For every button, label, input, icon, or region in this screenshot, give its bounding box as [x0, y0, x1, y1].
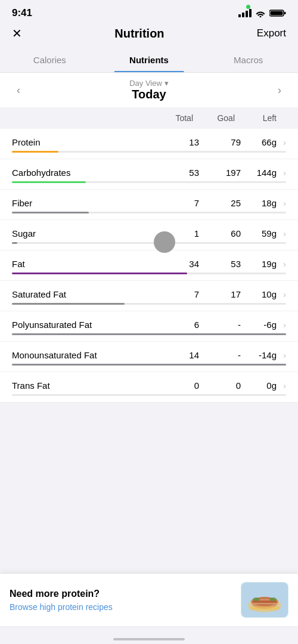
nutrient-goal: 0 [199, 380, 241, 391]
nutrient-left: 18g [241, 198, 277, 208]
chevron-right-icon: › [277, 381, 286, 391]
nutrient-row[interactable]: Sugar16059g› [0, 220, 298, 250]
nutrient-row[interactable]: Protein137966g› [0, 129, 298, 159]
chevron-right-icon: › [277, 320, 286, 330]
nutrient-goal: - [199, 350, 241, 360]
nutrient-left: 66g [241, 137, 277, 147]
close-button[interactable]: ✕ [12, 26, 22, 41]
ad-text-block: Need more protein? Browse high protein r… [10, 588, 234, 612]
ad-banner: Need more protein? Browse high protein r… [0, 573, 298, 626]
nutrient-row[interactable]: Trans Fat000g› [0, 372, 298, 402]
signal-icon [238, 9, 252, 17]
nutrient-bar [12, 151, 58, 153]
tab-bar: Calories Nutrients Macros [0, 48, 298, 73]
nutrient-name: Fiber [12, 198, 151, 208]
nutrient-name: Saturated Fat [12, 289, 151, 299]
nutrient-name: Polyunsaturated Fat [12, 320, 151, 330]
date-center: Day View ▾ Today [129, 79, 169, 101]
nutrient-bar-container [12, 303, 286, 305]
tab-nutrients[interactable]: Nutrients [100, 48, 199, 72]
export-button[interactable]: Export [257, 27, 286, 39]
nutrient-bar [12, 273, 187, 274]
header-total: Total [145, 113, 193, 123]
nutrient-name: Trans Fat [12, 380, 151, 391]
nutrient-left: -14g [241, 350, 277, 360]
ad-link[interactable]: Browse high protein recipes [10, 602, 234, 612]
svg-point-10 [269, 597, 277, 601]
nutrient-name: Fat [12, 259, 151, 269]
date-navigation: ‹ Day View ▾ Today › [0, 73, 298, 107]
nutrient-left: 59g [241, 228, 277, 239]
tab-macros[interactable]: Macros [198, 48, 298, 72]
nutrient-row[interactable]: Fat345319g› [0, 250, 298, 281]
nutrient-bar [12, 303, 125, 305]
svg-rect-2 [271, 11, 283, 16]
chevron-right-icon: › [277, 290, 286, 299]
svg-rect-11 [250, 606, 280, 610]
nutrient-goal: 17 [199, 289, 241, 299]
wifi-icon [255, 9, 266, 17]
nutrient-bar [12, 212, 89, 213]
nutrient-total: 34 [151, 259, 199, 269]
nutrient-total: 53 [151, 168, 199, 178]
nutrient-goal: - [199, 320, 241, 330]
nutrient-bar-container [12, 394, 286, 396]
nutrient-left: 19g [241, 259, 277, 269]
nutrient-goal: 25 [199, 198, 241, 208]
ad-food-image [241, 583, 288, 617]
chevron-right-icon: › [277, 199, 286, 208]
nutrient-bar [12, 333, 286, 335]
svg-point-9 [253, 597, 260, 601]
nutrient-name: Monounsaturated Fat [12, 350, 151, 360]
nutrient-goal: 197 [199, 168, 241, 178]
nutrient-row[interactable]: Saturated Fat71710g› [0, 281, 298, 311]
nutrient-bar [12, 364, 286, 366]
nutrient-bar-container [12, 181, 286, 183]
tab-calories[interactable]: Calories [0, 48, 100, 72]
nutrient-goal: 53 [199, 259, 241, 269]
header-left: Left [235, 113, 277, 123]
page-title: Nutrition [114, 27, 164, 41]
chevron-right-icon: › [277, 259, 286, 269]
nutrient-bar-container [12, 212, 286, 213]
battery-icon [269, 9, 286, 17]
nutrient-left: 144g [241, 168, 277, 178]
top-nav: ✕ Nutrition Export [0, 21, 298, 48]
svg-rect-1 [284, 12, 286, 14]
green-dot-indicator [246, 5, 250, 9]
nutrient-total: 13 [151, 137, 199, 147]
ad-image [241, 582, 288, 618]
nutrient-bar-container [12, 242, 286, 244]
nutrient-bar-container [12, 364, 286, 366]
status-time: 9:41 [12, 7, 32, 19]
nutrient-goal: 60 [199, 228, 241, 239]
nutrient-left: -6g [241, 320, 277, 330]
nutrient-row[interactable]: Polyunsaturated Fat6--6g› [0, 311, 298, 342]
nutrient-goal: 79 [199, 137, 241, 147]
nutrient-name: Sugar [12, 228, 151, 239]
status-icons [238, 9, 286, 17]
nutrient-total: 7 [151, 198, 199, 208]
nutrient-bar-container [12, 273, 286, 274]
prev-day-button[interactable]: ‹ [12, 82, 25, 99]
home-indicator [113, 638, 185, 640]
next-day-button[interactable]: › [273, 82, 286, 99]
chevron-right-icon: › [277, 138, 286, 147]
nutrient-row[interactable]: Monounsaturated Fat14--14g› [0, 342, 298, 372]
nutrient-left: 0g [241, 380, 277, 391]
nutrient-bar [12, 242, 17, 244]
day-view-label[interactable]: Day View ▾ [129, 79, 169, 88]
drag-handle[interactable] [154, 231, 175, 253]
nutrient-bar [12, 181, 86, 183]
nutrient-bar-container [12, 151, 286, 153]
status-bar: 9:41 [0, 0, 298, 21]
chevron-right-icon: › [277, 351, 286, 360]
nutrient-left: 10g [241, 289, 277, 299]
nutrient-name: Protein [12, 137, 151, 147]
nutrient-total: 6 [151, 320, 199, 330]
nutrient-total: 14 [151, 350, 199, 360]
nutrient-row[interactable]: Carbohydrates53197144g› [0, 159, 298, 190]
nutrient-row[interactable]: Fiber72518g› [0, 190, 298, 220]
nutrient-table: Protein137966g›Carbohydrates53197144g›Fi… [0, 129, 298, 402]
header-goal: Goal [193, 113, 235, 123]
